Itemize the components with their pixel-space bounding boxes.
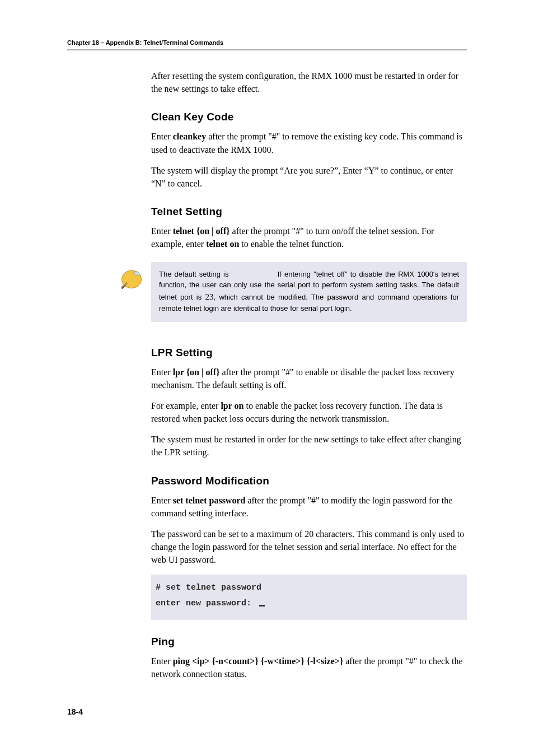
heading-lpr: LPR Setting xyxy=(151,347,467,359)
text: Enter xyxy=(151,226,173,236)
cmd-ping: ping <ip> {-n<count>} {-w<time>} {-l<siz… xyxy=(173,656,344,666)
note-box: The default setting is If entering "teln… xyxy=(151,262,467,322)
cursor-icon xyxy=(259,605,265,606)
cmd-set-telnet-password: set telnet password xyxy=(173,496,246,505)
terminal-line-1: # set telnet password xyxy=(156,580,462,596)
text: to enable the telnet function. xyxy=(239,239,344,249)
note-block-telnet: The default setting is If entering "teln… xyxy=(118,262,467,322)
lpr-p2: For example, enter lpr on to enable the … xyxy=(151,399,467,425)
cmd-telnet-on: telnet on xyxy=(206,239,239,249)
ping-p1: Enter ping <ip> {-n<count>} {-w<time>} {… xyxy=(151,655,467,680)
heading-telnet: Telnet Setting xyxy=(151,206,467,218)
lpr-p3: The system must be restarted in order fo… xyxy=(151,433,467,459)
cmd-cleankey: cleankey xyxy=(173,132,207,141)
clean-key-p1: Enter cleankey after the prompt "#" to r… xyxy=(151,130,467,156)
page-number: 18-4 xyxy=(67,707,467,716)
heading-ping: Ping xyxy=(151,636,467,648)
text: Enter xyxy=(151,132,173,141)
clean-key-p2: The system will display the prompt “Are … xyxy=(151,164,467,190)
text: Enter xyxy=(151,367,173,377)
note-port: 23 xyxy=(205,292,213,301)
password-p2: The password can be set to a maximum of … xyxy=(151,528,467,567)
cmd-lpr-on: lpr on xyxy=(221,401,243,410)
terminal-output: # set telnet password enter new password… xyxy=(151,575,467,620)
lpr-p1: Enter lpr {on | off} after the prompt "#… xyxy=(151,366,467,391)
intro-paragraph: After resetting the system configuration… xyxy=(151,69,467,95)
terminal-line-2-text: enter new password: xyxy=(156,599,251,608)
terminal-line-2: enter new password: xyxy=(156,596,462,612)
cmd-telnet: telnet {on | off} xyxy=(173,226,230,236)
telnet-p1: Enter telnet {on | off} after the prompt… xyxy=(151,225,467,250)
text: Enter xyxy=(151,496,173,505)
heading-password: Password Modification xyxy=(151,475,467,487)
cmd-lpr: lpr {on | off} xyxy=(173,367,220,377)
note-icon xyxy=(120,267,143,290)
header-rule xyxy=(67,49,467,50)
running-head: Chapter 18 – Appendix B: Telnet/Terminal… xyxy=(67,39,467,46)
heading-clean-key: Clean Key Code xyxy=(151,111,467,123)
password-p1: Enter set telnet password after the prom… xyxy=(151,494,467,520)
text: For example, enter xyxy=(151,401,221,410)
note-text-a: The default setting is xyxy=(159,270,229,278)
text: Enter xyxy=(151,656,173,666)
